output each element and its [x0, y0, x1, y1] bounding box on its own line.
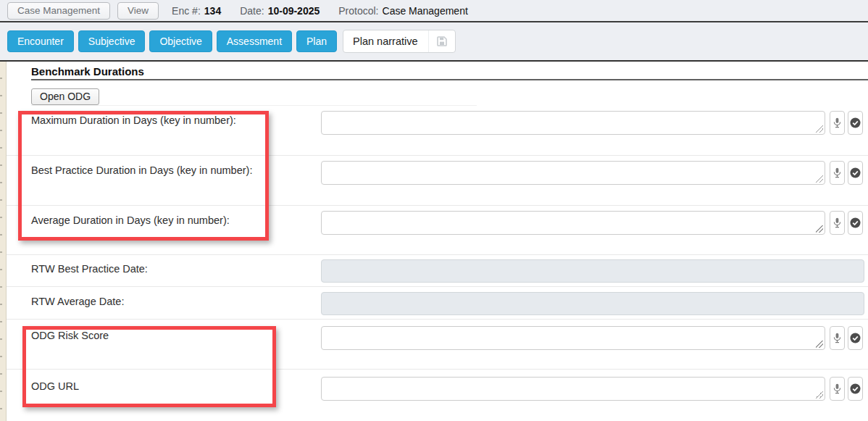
date-value: 10-09-2025	[268, 5, 320, 17]
check-circle-icon[interactable]	[848, 211, 863, 235]
section-title-divider	[31, 79, 868, 80]
form-row-odg-risk-score: ODG Risk Score	[7, 320, 868, 370]
check-circle-icon[interactable]	[848, 377, 863, 401]
field-label: Best Practice Duration in Days (key in n…	[31, 164, 252, 176]
benchmark-durations-panel: Benchmark Durations Open ODG Maximum Dur…	[7, 62, 868, 421]
microphone-icon[interactable]	[830, 111, 845, 135]
rtw-best-practice-date-input	[321, 259, 864, 283]
form-row-rtw-average-date: RTW Average Date:	[7, 287, 868, 320]
form-row-odg-url: ODG URL	[7, 370, 868, 421]
form-row-average-duration: Average Duration in Days (key in number)…	[7, 206, 868, 255]
form-row-best-practice-duration: Best Practice Duration in Days (key in n…	[7, 156, 868, 206]
view-button[interactable]: View	[117, 2, 159, 20]
odg-risk-score-textarea[interactable]	[322, 327, 825, 349]
check-circle-icon[interactable]	[848, 161, 863, 185]
floppy-disk-icon[interactable]	[428, 30, 455, 52]
microphone-icon[interactable]	[830, 377, 845, 401]
check-circle-icon[interactable]	[848, 111, 863, 135]
plan-narrative-button[interactable]: Plan narrative	[343, 30, 455, 53]
plan-narrative-label: Plan narrative	[343, 36, 427, 47]
soap-tab-bar: Encounter Subjective Objective Assessmen…	[0, 22, 868, 62]
tab-plan[interactable]: Plan	[296, 30, 337, 52]
best-practice-duration-input[interactable]	[321, 161, 825, 185]
best-practice-duration-textarea[interactable]	[322, 162, 825, 184]
microphone-icon[interactable]	[830, 211, 845, 235]
odg-url-input[interactable]	[321, 377, 825, 401]
open-odg-button[interactable]: Open ODG	[31, 88, 99, 105]
average-duration-input[interactable]	[321, 211, 825, 235]
left-panel-edge	[0, 62, 7, 421]
case-management-button[interactable]: Case Management	[7, 2, 110, 20]
top-header-bar: Case Management View Enc #: 134 Date: 10…	[0, 0, 868, 22]
tab-objective[interactable]: Objective	[149, 30, 212, 52]
tab-assessment[interactable]: Assessment	[217, 30, 292, 52]
rtw-average-date-input	[321, 292, 864, 315]
average-duration-textarea[interactable]	[322, 212, 825, 234]
enc-value: 134	[204, 5, 221, 17]
form-rows: Maximum Duration in Days (key in number)…	[7, 106, 868, 421]
encounter-number-field: Enc #: 134	[172, 5, 221, 17]
odg-url-textarea[interactable]	[322, 378, 825, 400]
date-field: Date: 10-09-2025	[240, 5, 320, 17]
form-row-maximum-duration: Maximum Duration in Days (key in number)…	[7, 106, 868, 156]
microphone-icon[interactable]	[830, 326, 845, 350]
protocol-value: Case Management	[383, 5, 468, 17]
tab-subjective[interactable]: Subjective	[78, 30, 146, 52]
maximum-duration-input[interactable]	[321, 111, 825, 135]
tab-encounter[interactable]: Encounter	[7, 30, 74, 52]
maximum-duration-textarea[interactable]	[322, 112, 825, 134]
field-label: ODG URL	[31, 380, 79, 392]
date-label: Date:	[240, 5, 264, 17]
field-label: RTW Best Practice Date:	[31, 263, 148, 275]
check-circle-icon[interactable]	[848, 326, 863, 350]
protocol-label: Protocol:	[338, 5, 378, 17]
section-title: Benchmark Durations	[31, 65, 144, 78]
microphone-icon[interactable]	[830, 161, 845, 185]
enc-label: Enc #:	[172, 5, 201, 17]
protocol-field: Protocol: Case Management	[338, 5, 468, 17]
form-row-rtw-best-practice-date: RTW Best Practice Date:	[7, 255, 868, 287]
field-label: Average Duration in Days (key in number)…	[31, 214, 230, 226]
field-label: Maximum Duration in Days (key in number)…	[31, 114, 236, 126]
field-label: ODG Risk Score	[31, 330, 109, 341]
field-label: RTW Average Date:	[31, 296, 124, 307]
odg-risk-score-input[interactable]	[321, 326, 825, 350]
